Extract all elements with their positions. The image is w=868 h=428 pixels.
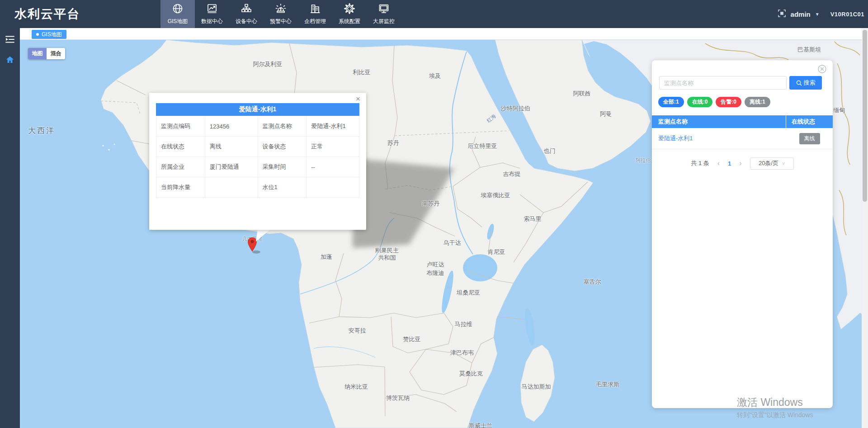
app-logo: 水利云平台 xyxy=(14,0,80,28)
chevron-down-icon: ˅ xyxy=(782,161,785,166)
table-row: 当前降水量 水位1 xyxy=(156,177,359,198)
home-icon[interactable] xyxy=(5,55,14,64)
nav-tab-label: 预警中心 xyxy=(270,18,292,25)
field-label: 监测点名称 xyxy=(258,116,307,137)
search-button-label: 搜索 xyxy=(804,79,816,87)
popup-detail-table: 监测点编码 123456 监测点名称 爱陆通-水利1 在线状态 离线 设备状态 … xyxy=(156,116,359,198)
menu-toggle-icon[interactable] xyxy=(4,33,16,45)
field-value: 123456 xyxy=(205,116,258,137)
gis-map[interactable]: 大西洋几内亚湾红海阿拉伯海阿尔及利亚利比亚埃及沙特阿拉伯阿联酋阿曼苏丹厄立特里亚… xyxy=(20,40,868,428)
nav-tab-label: 系统配置 xyxy=(339,18,360,25)
left-sidebar xyxy=(0,28,20,428)
nav-tab-archive-mgmt[interactable]: 企档管理 xyxy=(298,0,332,28)
page-number[interactable]: 1 xyxy=(728,160,731,167)
field-value: 正常 xyxy=(307,137,359,157)
nav-tab-system-config[interactable]: 系统配置 xyxy=(332,0,367,28)
nav-tab-gis-map[interactable]: GIS地图 xyxy=(160,0,195,28)
field-label: 在线状态 xyxy=(156,137,205,157)
search-button[interactable]: 搜索 xyxy=(789,76,822,90)
breadcrumb-tab-label: GIS地图 xyxy=(42,31,62,38)
version-label: V10R01C01 xyxy=(830,11,864,18)
total-count: 共 1 条 xyxy=(691,159,709,167)
field-label: 采集时间 xyxy=(258,157,307,177)
pagination: 共 1 条 ‹ 1 › 20条/页 ˅ xyxy=(652,157,833,170)
field-label: 设备状态 xyxy=(258,137,307,157)
breadcrumb: GIS地图 xyxy=(20,28,868,40)
user-menu[interactable]: admin xyxy=(791,10,811,18)
breadcrumb-tab-gis[interactable]: GIS地图 xyxy=(32,30,66,39)
nav-tab-warning-center[interactable]: 预警中心 xyxy=(264,0,298,28)
field-label: 当前降水量 xyxy=(156,177,205,198)
vertical-scrollbar[interactable] xyxy=(862,28,868,428)
scrollbar-thumb[interactable] xyxy=(863,30,867,202)
gear-icon xyxy=(344,3,355,16)
list-item: 爱陆通-水利1 离线 xyxy=(652,128,833,149)
close-icon[interactable]: × xyxy=(356,95,360,103)
table-row: 监测点编码 123456 监测点名称 爱陆通-水利1 xyxy=(156,116,359,137)
nav-tab-label: 数据中心 xyxy=(201,18,223,25)
monitor-list-panel: 搜索 全部:1 在线:0 告警:0 离线:1 监测点名称 在线状态 爱陆通-水利… xyxy=(652,60,833,408)
field-value xyxy=(205,177,258,198)
monitor-point-link[interactable]: 爱陆通-水利1 xyxy=(652,134,786,143)
column-header: 在线状态 xyxy=(786,115,833,128)
list-table-header: 监测点名称 在线状态 xyxy=(652,115,833,128)
alarm-icon xyxy=(275,3,287,16)
status-badge[interactable]: 全部:1 xyxy=(658,97,684,107)
nav-tab-label: GIS地图 xyxy=(168,18,188,25)
search-icon xyxy=(796,80,802,86)
monitor-icon xyxy=(378,3,390,16)
offline-status-badge[interactable]: 离线 xyxy=(799,133,820,144)
popup-title: 爱陆通-水利1 xyxy=(156,103,359,116)
field-label: 水位1 xyxy=(258,177,307,198)
status-filters: 全部:1 在线:0 告警:0 离线:1 xyxy=(658,97,770,107)
field-value: 爱陆通-水利1 xyxy=(307,116,359,137)
field-value: -- xyxy=(307,157,359,177)
search-input[interactable] xyxy=(659,76,787,90)
main-nav: GIS地图 数据中心 设备中心 预警中心 企档管理 系统配置 大屏监控 xyxy=(160,0,401,28)
nav-tab-device-center[interactable]: 设备中心 xyxy=(229,0,264,28)
nav-tab-data-center[interactable]: 数据中心 xyxy=(195,0,229,28)
prev-page-button[interactable]: ‹ xyxy=(717,159,720,167)
nav-tab-big-screen[interactable]: 大屏监控 xyxy=(367,0,401,28)
chart-icon xyxy=(206,3,218,16)
avatar-icon xyxy=(778,9,786,19)
nav-tab-label: 企档管理 xyxy=(304,18,326,25)
monitor-point-popup: × 爱陆通-水利1 监测点编码 123456 监测点名称 爱陆通-水利1 在线状… xyxy=(149,93,366,230)
field-label: 所属企业 xyxy=(156,157,205,177)
globe-icon xyxy=(172,3,184,16)
sitemap-icon xyxy=(241,3,252,16)
chevron-down-icon[interactable]: ▼ xyxy=(815,12,820,17)
field-label: 监测点编码 xyxy=(156,116,205,137)
field-value xyxy=(307,177,359,198)
table-row: 所属企业 厦门爱陆通 采集时间 -- xyxy=(156,157,359,177)
panel-close-icon[interactable] xyxy=(818,65,826,75)
map-type-control: 地图 混合 xyxy=(28,48,65,59)
field-value: 离线 xyxy=(205,137,258,157)
nav-tab-label: 设备中心 xyxy=(236,18,257,25)
top-header: 水利云平台 GIS地图 数据中心 设备中心 预警中心 企档管理 系统配置 大屏监… xyxy=(0,0,868,28)
table-row: 在线状态 离线 设备状态 正常 xyxy=(156,137,359,157)
status-badge[interactable]: 告警:0 xyxy=(716,97,741,107)
nav-tab-label: 大屏监控 xyxy=(373,18,395,25)
status-badge[interactable]: 离线:1 xyxy=(745,97,770,107)
next-page-button[interactable]: › xyxy=(739,159,741,167)
column-header: 监测点名称 xyxy=(652,115,786,128)
dot-icon xyxy=(36,33,39,36)
popup-tail xyxy=(253,228,273,243)
page-size-value: 20条/页 xyxy=(759,159,778,167)
status-badge[interactable]: 在线:0 xyxy=(687,97,713,107)
field-value: 厦门爱陆通 xyxy=(205,157,258,177)
map-type-hybrid-button[interactable]: 混合 xyxy=(47,48,65,59)
building-icon xyxy=(309,3,321,16)
page-size-select[interactable]: 20条/页 ˅ xyxy=(750,157,794,170)
map-type-standard-button[interactable]: 地图 xyxy=(28,48,47,59)
